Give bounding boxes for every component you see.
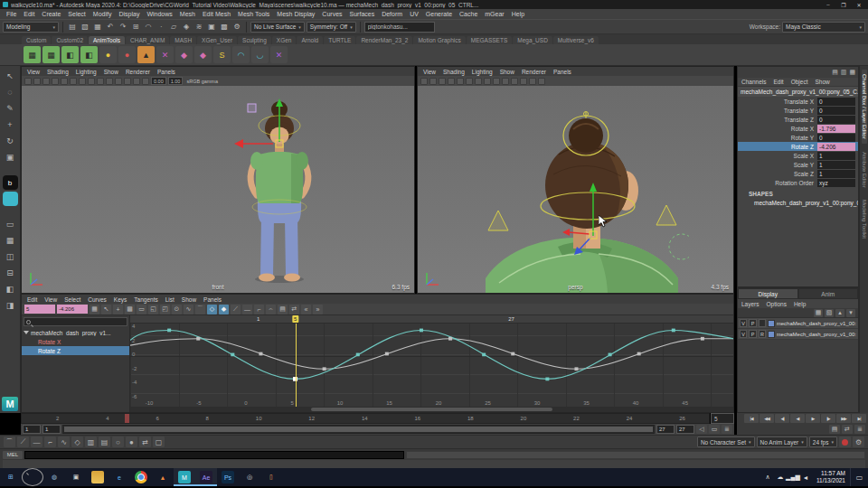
viewport-toolbar-icon[interactable]	[529, 78, 536, 85]
linear-tangent-icon[interactable]: ⟋	[231, 305, 241, 314]
graph-editor-menu-item[interactable]: Keys	[110, 296, 130, 303]
viewport-toolbar-icon[interactable]	[124, 78, 131, 85]
stats-value-field[interactable]: -4.206	[57, 305, 88, 314]
viewport-menu-item[interactable]: Shading	[439, 69, 468, 75]
pre-infinity-cycle-icon[interactable]: «	[301, 305, 311, 314]
layer-playback-toggle[interactable]: P	[749, 319, 756, 327]
graph-editor-menu-item[interactable]: Show	[178, 296, 200, 303]
menu-item[interactable]: Deform	[378, 11, 406, 17]
search-button[interactable]	[22, 468, 43, 486]
playback-end-field[interactable]: 27	[656, 425, 675, 434]
channel-box-menu-item[interactable]: Edit	[769, 79, 787, 85]
delete-key-icon[interactable]: ●	[118, 46, 136, 63]
snap-all-icon[interactable]: ◧	[80, 46, 98, 63]
volume-icon[interactable]: ◄	[799, 468, 812, 486]
menu-item[interactable]: Generate	[422, 11, 456, 17]
viewport-menu-item[interactable]: Shading	[43, 69, 72, 75]
studiolibrary-icon[interactable]	[3, 192, 18, 206]
viewport-menu-item[interactable]: View	[24, 69, 43, 75]
auto-tangent-icon[interactable]: ∿	[184, 305, 193, 314]
range-slider-bar[interactable]	[62, 425, 655, 434]
animation-curves[interactable]	[130, 324, 733, 396]
sidebar-tab[interactable]: Attribute Editor	[862, 147, 867, 192]
menu-item[interactable]: Mesh	[176, 11, 199, 17]
display-layer-row[interactable]: V P mechaMech_dash_proxy_v1_00:CT	[738, 318, 858, 329]
task-view-button[interactable]: ▣	[65, 468, 87, 486]
shelf-tab[interactable]: Sculpting	[238, 36, 271, 44]
taskbar-clock[interactable]: 11:57 AM 11/13/2021	[812, 470, 850, 484]
menu-item[interactable]: Edit Mesh	[199, 11, 234, 17]
frame-playback-range-icon[interactable]: ◰	[160, 305, 170, 314]
shelf-tab[interactable]: XGen_User	[197, 36, 237, 44]
photoshop-icon[interactable]: Ps	[217, 468, 239, 486]
save-scene-icon[interactable]: ▦	[92, 22, 103, 33]
current-frame-marker[interactable]	[125, 414, 129, 423]
bookmark-icon[interactable]: ▭	[709, 425, 720, 434]
viewport-toolbar-icon[interactable]	[42, 78, 50, 85]
menu-item[interactable]: Cache	[456, 11, 481, 17]
viewport-toolbar-icon[interactable]	[439, 78, 446, 85]
close-button[interactable]: ✕	[853, 0, 865, 9]
graph-editor-menu-item[interactable]: Curves	[84, 296, 110, 303]
loop-mode-icon[interactable]: ⇄	[842, 425, 853, 434]
menu-item[interactable]: Mesh Display	[273, 11, 318, 17]
fps-dropdown[interactable]: 24 fps	[809, 436, 837, 447]
playback-start-field[interactable]: 1	[42, 425, 61, 434]
viewport-menu-item[interactable]: Renderer	[122, 69, 154, 75]
select-set-icon[interactable]: S	[213, 46, 231, 63]
viewport-toolbar-icon[interactable]	[484, 78, 491, 85]
channel-box-icon[interactable]: ▤	[832, 69, 838, 76]
layer-editor-tab[interactable]: Anim	[798, 288, 859, 299]
range-slider-handle[interactable]	[64, 427, 653, 432]
undo-icon[interactable]: ↶	[105, 22, 116, 33]
layer-visibility-toggle[interactable]: V	[740, 330, 747, 338]
insert-keys-icon[interactable]: +	[113, 305, 123, 314]
edge-icon[interactable]: e	[108, 468, 130, 486]
play-forwards-button[interactable]: ▶	[806, 414, 820, 423]
exposure-field[interactable]: 0.00	[151, 77, 166, 85]
playhead-line[interactable]	[296, 315, 297, 412]
tween-out-icon[interactable]: ◡	[251, 46, 269, 63]
isolate-curve-icon[interactable]: ▢	[153, 436, 165, 447]
network-icon[interactable]: ▂▄▆	[787, 468, 799, 486]
menu-item[interactable]: Surfaces	[346, 11, 379, 17]
menu-item[interactable]: Select	[64, 11, 89, 17]
layer-editor-tab[interactable]: Display	[738, 288, 798, 299]
channel-value-field[interactable]: -1.796	[817, 125, 855, 133]
command-input[interactable]	[24, 451, 404, 459]
channel-row[interactable]: Translate Z 0	[738, 115, 858, 124]
flat-tangent-icon[interactable]: —	[31, 436, 42, 447]
layer-display-type-toggle[interactable]: R	[759, 330, 766, 338]
spline-tangent-icon[interactable]: ⌒	[195, 305, 205, 314]
snap-to-plane-icon[interactable]: ▱	[168, 22, 179, 33]
shelf-tab[interactable]: MASH	[170, 36, 196, 44]
playback-speed-icon[interactable]: ≣	[854, 425, 865, 434]
paste-pose-icon[interactable]: ◆	[194, 46, 212, 63]
onedrive-icon[interactable]: ☁	[774, 468, 787, 486]
graph-editor-menu-item[interactable]: Tangents	[130, 296, 161, 303]
channel-value-field[interactable]: 1	[817, 152, 855, 160]
move-nearest-picked-key-icon[interactable]: ↖	[101, 305, 111, 314]
title-bar[interactable]: walkcycle10.ma* - Autodesk Maya 2020.4: …	[0, 0, 868, 9]
layout-persp-outliner-icon[interactable]: ◧	[3, 282, 18, 296]
unify-tangents-icon[interactable]: ◆	[219, 305, 229, 314]
shelf-tab[interactable]: Motion Graphics	[413, 36, 465, 44]
viewport-toolbar-icon[interactable]	[538, 78, 545, 85]
go-to-start-button[interactable]: |◀	[744, 414, 759, 423]
viewport-canvas-persp[interactable]: persp 4.3 fps	[418, 86, 733, 293]
viewport-menu-item[interactable]: Show	[496, 69, 518, 75]
menu-item[interactable]: Edit	[20, 11, 38, 17]
shelf-tab[interactable]: Multiverse_v6	[553, 36, 599, 44]
frame-all-icon[interactable]: ◱	[148, 305, 158, 314]
gamma-field[interactable]: 1.00	[168, 77, 184, 85]
snap-to-curve-icon[interactable]: ◠	[143, 22, 154, 33]
snap-time-icon[interactable]: ▥	[85, 436, 97, 447]
character-model-front[interactable]	[212, 99, 347, 284]
graph-editor-menu-item[interactable]: Panels	[200, 296, 225, 303]
channel-row[interactable]: Rotate Y 0	[738, 133, 858, 142]
step-tangent-icon[interactable]: ⌐	[44, 436, 56, 447]
time-slider[interactable]: 2468101214161820222426	[21, 413, 710, 424]
unmute-channel-icon[interactable]: ●	[126, 436, 137, 447]
swap-buffer-icon[interactable]: ⇄	[139, 436, 151, 447]
shelf-tab[interactable]: MEGASSETS	[467, 36, 512, 44]
